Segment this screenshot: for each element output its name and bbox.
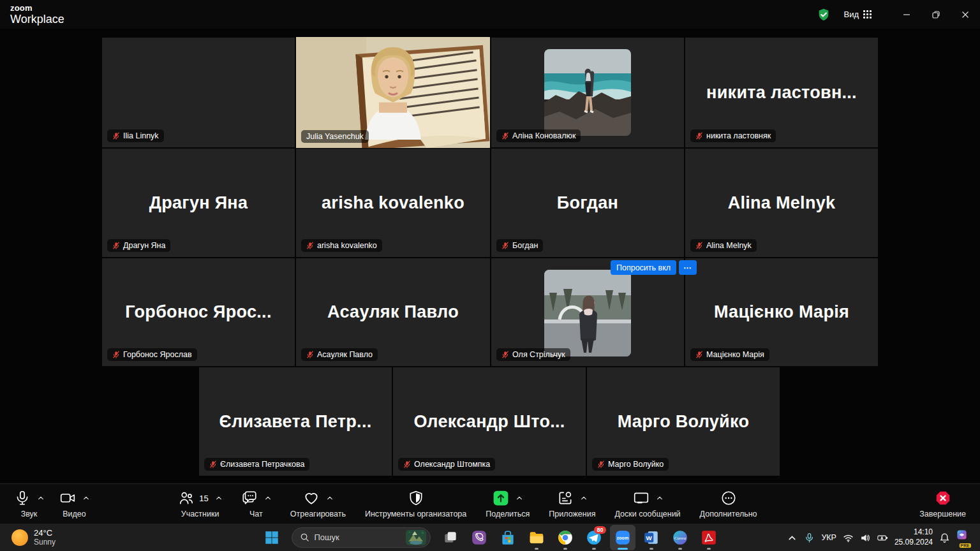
- chevron-up-icon[interactable]: [581, 496, 587, 501]
- end-label: Завершение: [919, 510, 966, 518]
- minimize-button[interactable]: [892, 0, 921, 29]
- host-tools-label: Инструменты организатора: [365, 510, 466, 518]
- end-button[interactable]: Завершение: [912, 484, 974, 523]
- taskbar-zoom-button[interactable]: zoom: [610, 525, 635, 550]
- mic-in-use-icon[interactable]: [804, 533, 815, 543]
- copilot-icon[interactable]: PRE: [956, 529, 974, 547]
- participant-name-text: Мацієнко Марія: [706, 350, 764, 359]
- chat-button[interactable]: Чат: [234, 484, 279, 523]
- zoom-app-icon: zoom: [614, 529, 631, 546]
- svg-text:!: !: [882, 536, 882, 539]
- participant-tile[interactable]: Alina MelnykAlina Melnyk: [685, 149, 878, 257]
- running-indicator: [563, 548, 567, 550]
- taskbar-chrome-button[interactable]: [553, 525, 578, 550]
- participant-name-label: Alina Melnyk: [690, 239, 757, 252]
- microsoft-store-icon: [500, 529, 516, 546]
- participant-name-text: Богдан: [512, 241, 538, 250]
- audio-button[interactable]: Звук: [6, 484, 52, 523]
- participant-tile[interactable]: Ilia Linnyk: [102, 38, 295, 147]
- clock-time: 14:10: [895, 527, 933, 538]
- file-explorer-icon: [528, 529, 545, 546]
- taskbar-acrobat-button[interactable]: [696, 525, 722, 550]
- participant-name-label: Аліна Коновалюк: [496, 129, 581, 142]
- muted-mic-icon: [501, 132, 509, 140]
- language-indicator[interactable]: УКР: [821, 533, 836, 542]
- taskbar-search[interactable]: Пошук: [292, 527, 431, 548]
- participant-tile[interactable]: Асауляк ПавлоАсауляк Павло: [296, 258, 490, 366]
- security-shield-icon[interactable]: [817, 8, 831, 22]
- heart-icon: [303, 490, 320, 506]
- participant-tile[interactable]: Драгун ЯнаДрагун Яна: [102, 149, 295, 257]
- participant-tile[interactable]: Мацієнко МаріяМацієнко Марія: [685, 258, 878, 366]
- participant-tile[interactable]: никита ластовн...никита ластовняк: [685, 38, 878, 147]
- notifications-bell-icon[interactable]: [939, 533, 950, 543]
- share-button[interactable]: Поделиться: [478, 484, 537, 523]
- participant-name-label: Богдан: [496, 239, 543, 252]
- react-button[interactable]: Отреагировать: [283, 484, 353, 523]
- muted-mic-icon: [695, 351, 703, 358]
- weather-widget[interactable]: 24°C Sunny: [8, 524, 59, 551]
- close-button[interactable]: [951, 0, 980, 29]
- taskbar-start-button[interactable]: [259, 525, 285, 550]
- svg-text:W: W: [646, 534, 652, 541]
- battery-warning-icon[interactable]: !: [877, 533, 888, 543]
- taskbar-store-button[interactable]: [495, 525, 521, 550]
- participant-tile[interactable]: Єлизавета Петр...Єлизавета Петрачкова: [199, 367, 392, 476]
- video-gallery: Попросить вкл ⋯ Ilia LinnykJulia Yasench…: [0, 29, 980, 483]
- participant-tile[interactable]: Julia Yasenchuk: [296, 37, 490, 148]
- restore-button[interactable]: [921, 0, 951, 29]
- taskbar-task-view-button[interactable]: [438, 525, 463, 550]
- taskbar-clock[interactable]: 14:10 25.09.2024: [895, 527, 933, 547]
- participant-name-text: Горбонос Ярослав: [123, 350, 192, 359]
- participant-tile[interactable]: Горбонос Ярос...Горбонос Ярослав: [102, 258, 295, 366]
- muted-mic-icon: [597, 460, 605, 468]
- wifi-icon[interactable]: [843, 533, 854, 543]
- participants-count: 15: [199, 494, 208, 503]
- participant-avatar: [544, 49, 631, 136]
- taskbar-explorer-button[interactable]: [524, 525, 549, 550]
- chevron-up-icon[interactable]: [657, 496, 663, 501]
- task-view-icon: [442, 529, 459, 546]
- chevron-up-icon[interactable]: [327, 496, 333, 501]
- participant-tile[interactable]: Олександр Што...Олександр Штомпка: [393, 367, 586, 476]
- whiteboards-button[interactable]: Доски сообщений: [607, 484, 688, 523]
- participant-name-text: arisha kovalenko: [317, 241, 377, 250]
- muted-mic-icon: [209, 460, 217, 468]
- hidden-icons-chevron-icon[interactable]: [787, 533, 798, 543]
- taskbar-viber-button[interactable]: [466, 525, 492, 550]
- participant-name-label: Горбонос Ярослав: [107, 348, 197, 361]
- participants-button[interactable]: 15Участники: [170, 484, 229, 523]
- participant-tile[interactable]: Аліна Коновалюк: [491, 38, 684, 147]
- participant-more-button[interactable]: ⋯: [679, 260, 697, 275]
- chevron-up-icon[interactable]: [83, 496, 89, 501]
- view-button[interactable]: Вид: [840, 7, 875, 22]
- mic-icon: [14, 490, 31, 506]
- participant-tile[interactable]: БогданБогдан: [491, 149, 684, 257]
- participant-tile[interactable]: arisha kovalenkoarisha kovalenko: [296, 149, 490, 257]
- participant-name-label: Олександр Штомпка: [398, 458, 495, 471]
- search-icon: [300, 533, 309, 542]
- acrobat-icon: [701, 529, 717, 546]
- participants-icon: [178, 490, 195, 506]
- whiteboards-label: Доски сообщений: [614, 510, 680, 518]
- chat-icon: [241, 490, 258, 506]
- running-indicator: [678, 548, 682, 550]
- participant-tile[interactable]: Марго ВолуйкоМарго Волуйко: [587, 367, 780, 476]
- chevron-up-icon[interactable]: [265, 496, 271, 501]
- chevron-up-icon[interactable]: [216, 496, 222, 501]
- taskbar-word-button[interactable]: W: [639, 525, 664, 550]
- apps-button[interactable]: Приложения: [541, 484, 603, 523]
- participant-name-label: Асауляк Павло: [301, 348, 378, 361]
- chevron-up-icon[interactable]: [38, 496, 44, 501]
- more-button[interactable]: Дополнительно: [692, 484, 765, 523]
- taskbar-telegram-button[interactable]: 80: [581, 525, 607, 550]
- video-button[interactable]: Видео: [52, 484, 97, 523]
- chevron-up-icon[interactable]: [516, 496, 523, 501]
- volume-icon[interactable]: [860, 533, 871, 543]
- running-indicator: [707, 548, 711, 550]
- system-tray: УКР ! 14:10 25.09.2024 PRE: [787, 524, 976, 551]
- running-indicator: [535, 548, 538, 550]
- host-tools-button[interactable]: Инструменты организатора: [357, 484, 474, 523]
- ask-to-unmute-button[interactable]: Попросить вкл: [611, 260, 676, 275]
- taskbar-canva-button[interactable]: Canva: [667, 525, 693, 550]
